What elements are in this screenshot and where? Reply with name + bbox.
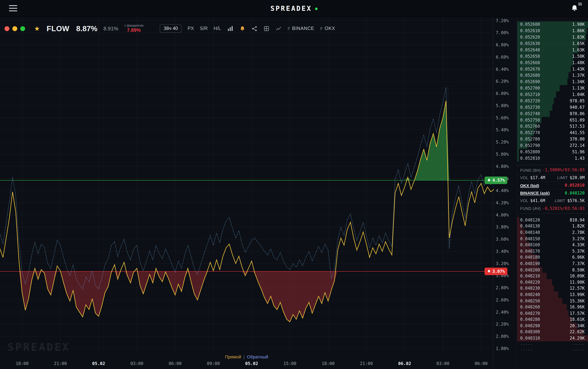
x-tick: 18:00 [322, 361, 335, 366]
x-tick: 05.02 [245, 361, 258, 366]
time-window-button[interactable]: 38ч 40 [160, 24, 182, 33]
ask-row[interactable]: 0.0526301.65K [517, 41, 588, 47]
bid-row[interactable]: 0.0481806.96K [517, 254, 588, 260]
y-tick: 5.00% [496, 152, 509, 157]
ask-row[interactable]: 0.0526101.86K [517, 28, 588, 34]
spread-percent: 8.87% [76, 24, 97, 33]
bid-row[interactable]: 0.0482008.59K [517, 267, 588, 273]
favorite-star-icon[interactable]: ★ [34, 25, 40, 32]
bid-row[interactable]: 0.04821010.09K [517, 273, 588, 279]
legend-direct-toggle[interactable]: Прямой [225, 354, 241, 359]
spread-chart[interactable]: 7.20%7.00%6.80%6.60%6.40%6.20%6.00%5.80%… [0, 17, 516, 369]
ask-row[interactable]: 0.052750651.09 [517, 117, 588, 123]
bid-row[interactable]: 0.04822011.90K [517, 279, 588, 286]
share-button[interactable] [252, 26, 257, 31]
line-chart-button[interactable] [276, 26, 282, 31]
y-tick: 4.00% [496, 213, 509, 217]
level-size: 870.86 [570, 111, 585, 116]
yellow-status-dot[interactable] [12, 26, 17, 31]
bid-row[interactable]: 0.04831024.29K [517, 335, 588, 341]
level-size: 1.13K [572, 86, 585, 91]
level-size: 441.55 [570, 131, 585, 135]
bid-row[interactable]: 0.04828018.61K [517, 317, 588, 323]
ask-row[interactable]: 0.052730940.67 [517, 104, 588, 111]
ask-row[interactable]: 0.052780370.00 [517, 136, 588, 143]
green-status-dot[interactable] [20, 26, 25, 31]
ask-row[interactable]: 0.0526001.90K [517, 21, 588, 28]
ask-row[interactable]: 0.0526601.48K [517, 60, 588, 66]
exchange-b-selector[interactable]: F OKX [320, 26, 335, 31]
ask-row[interactable]: 0.052790272.14 [517, 143, 588, 149]
ask-row[interactable]: 0.0526701.43K [517, 66, 588, 72]
level-price: 0.048310 [520, 336, 540, 341]
ask-row[interactable]: 0.0526801.37K [517, 72, 588, 79]
legend-reverse-toggle[interactable]: Обратный [247, 354, 268, 359]
spread-summary: FUND (8H) -1,5000%/03:56:03 VOL $17.4M L… [517, 165, 588, 214]
bid-row[interactable]: 0.0481301.82K [517, 223, 588, 229]
alert-pill-lower[interactable]: 3.07% [485, 268, 508, 275]
hl-button[interactable]: H/L [214, 26, 221, 31]
level-price: 0.052610 [520, 29, 540, 33]
level-size: 370.00 [570, 137, 585, 142]
order-book-panel: 0.0526001.90K0.0526101.86K0.0526201.83K0… [517, 17, 588, 369]
bid-row[interactable]: 0.04824013.99K [517, 292, 588, 298]
level-price: 0.052730 [520, 105, 540, 110]
ask-row[interactable]: 0.0526901.34K [517, 79, 588, 85]
futures-badge: F [288, 26, 290, 31]
y-tick: 4.80% [496, 164, 509, 169]
y-tick: 3.20% [496, 261, 509, 266]
bid-row[interactable]: 0.0481907.37K [517, 260, 588, 267]
bid-row[interactable]: 0.04827017.57K [517, 310, 588, 317]
ask-row[interactable]: 0.0526401.63K [517, 47, 588, 53]
status-dot [315, 7, 318, 10]
ask-row[interactable]: 0.052760517.53 [517, 123, 588, 130]
y-tick: 2.80% [496, 285, 509, 290]
alert-pill-upper[interactable]: 4.57% [485, 176, 508, 184]
ask-row[interactable]: 0.052770441.55 [517, 130, 588, 136]
ask-row[interactable]: 0.0527001.13K [517, 85, 588, 92]
symbol-label[interactable]: FLOW [47, 24, 69, 33]
notifications-button[interactable]: 11 [571, 4, 580, 14]
bid-row[interactable]: 0.04829020.34K [517, 323, 588, 329]
binance-ask-row[interactable]: BINANCE (ask) 0.048120 [517, 189, 588, 197]
level-size: 2.78K [572, 230, 585, 235]
ask-row[interactable]: 0.0526201.83K [517, 34, 588, 41]
bid-row[interactable]: 0.04823012.57K [517, 286, 588, 292]
sr-button[interactable]: S/R [200, 26, 208, 31]
bid-row[interactable]: 0.0481705.37K [517, 248, 588, 254]
bid-row[interactable]: 0.048120810.94 [517, 217, 588, 223]
bell-icon [487, 269, 491, 273]
grid-view-button[interactable] [264, 26, 269, 31]
bid-row[interactable]: 0.04826016.96K [517, 304, 588, 310]
level-size: 6.96K [572, 255, 585, 260]
y-tick: 6.20% [496, 79, 509, 84]
bid-row[interactable]: 0.04830022.62K [517, 329, 588, 335]
bid-row[interactable]: 0.0481604.33K [517, 242, 588, 248]
exchange-a-selector[interactable]: F BINANCE [288, 26, 315, 31]
ask-row[interactable]: 0.0526501.50K [517, 53, 588, 60]
okx-bid-price: 0.052810 [565, 183, 585, 188]
level-size: 1.86K [572, 29, 585, 33]
ask-row[interactable]: 0.0528101.43 [517, 155, 588, 162]
bid-row[interactable]: 0.04825015.36K [517, 298, 588, 304]
bid-row[interactable]: 0.0481503.27K [517, 236, 588, 242]
level-size: 1.65K [572, 41, 585, 46]
x-tick: 18:00 [16, 361, 29, 366]
red-status-dot[interactable] [5, 26, 9, 31]
ask-row[interactable]: 0.05280051.96 [517, 149, 588, 155]
okx-bid-row[interactable]: OKX (bid) 0.052810 [517, 182, 588, 189]
x-tick: 06:00 [168, 361, 182, 366]
bid-row[interactable]: 0.0481402.78K [517, 229, 588, 236]
ask-row[interactable]: 0.0527101.04K [517, 92, 588, 98]
volume-bars-button[interactable] [227, 26, 233, 31]
ask-row[interactable]: 0.052720978.05 [517, 98, 588, 104]
px-button[interactable]: PX [188, 26, 194, 31]
level-size: 517.53 [570, 124, 585, 129]
level-size: 1.90K [572, 22, 585, 27]
bell-icon [571, 4, 578, 12]
ask-row[interactable]: 0.052740870.86 [517, 111, 588, 117]
level-size: 8.59K [572, 267, 585, 272]
alerts-button[interactable] [240, 26, 245, 31]
funding-caption: с фандингом [124, 24, 143, 28]
binance-ask-price: 0.048120 [565, 191, 585, 195]
